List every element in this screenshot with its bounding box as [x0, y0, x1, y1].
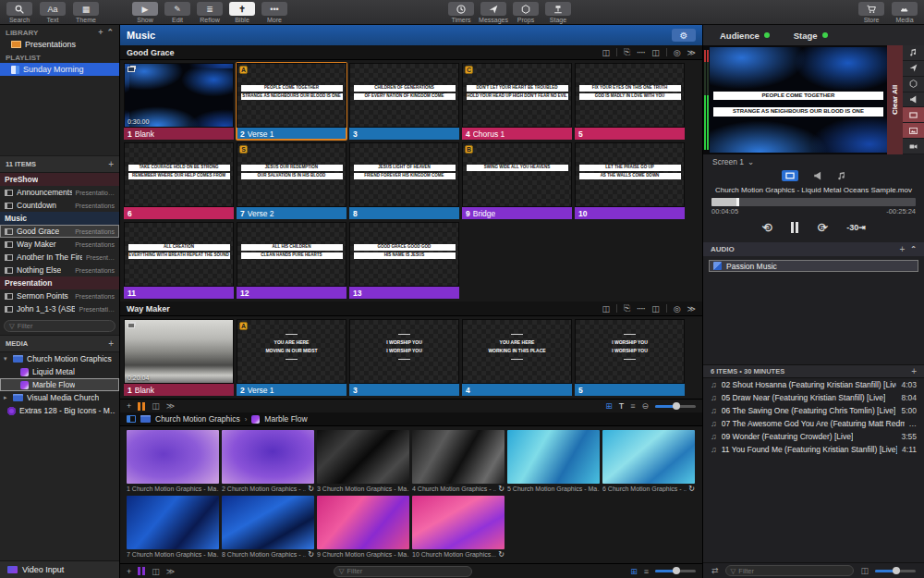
slide-thumbnail[interactable]: A PEOPLE COME TOGETHER STRANGE AS NEIGHB…	[237, 63, 346, 128]
media-thumbnail[interactable]	[412, 430, 505, 484]
text-view-icon[interactable]: T	[619, 401, 625, 411]
media-tree-marble-flow[interactable]: Marble Flow	[0, 378, 119, 391]
playlist-item-sunday-morning[interactable]: Sunday Morning	[0, 63, 119, 76]
playlist-item[interactable]: Another In The Fire Present…	[0, 251, 119, 264]
media-tree-liquid-metal[interactable]: Liquid Metal	[0, 365, 119, 378]
megaphone-icon[interactable]	[813, 171, 822, 180]
props-button[interactable]: Props	[510, 0, 541, 23]
slide-cell[interactable]: I WORSHIP YOU I WORSHIP YOU 5	[575, 319, 685, 396]
slide-thumbnail[interactable]: I WORSHIP YOU I WORSHIP YOU	[575, 319, 685, 384]
playlist-item[interactable]: Countdown Presentations	[0, 199, 119, 212]
list-view-icon[interactable]: ≡	[630, 401, 635, 411]
slide-thumbnail[interactable]: ALL HIS CHILDREN CLEAN HANDS PURE HEARTS	[237, 222, 346, 287]
slide-thumbnail[interactable]: JESUS LIGHT OF HEAVEN FRIEND FOREVER HIS…	[349, 142, 459, 207]
media-item[interactable]: 8 Church Motion Graphics - … ↻	[222, 496, 314, 559]
media-item[interactable]: 4 Church Motion Graphics - … ↻	[412, 430, 505, 493]
slide-thumbnail[interactable]: FIX YOUR EYES ON THIS ONE TRUTH GOD IS M…	[575, 63, 685, 128]
thumbnail-size-slider[interactable]	[655, 405, 696, 408]
media-add-button[interactable]: +	[108, 338, 114, 349]
slide-cell[interactable]: A PEOPLE COME TOGETHER STRANGE AS NEIGHB…	[237, 63, 346, 140]
audio-filter-input[interactable]	[738, 567, 848, 575]
edit-button[interactable]: ✎Edit	[162, 0, 193, 23]
song-row[interactable]: ♫ 09 Wonder (Featuring Crowder) [Live] 3…	[703, 430, 924, 443]
media-item[interactable]: 9 Church Motion Graphics - Ma…	[317, 496, 409, 559]
loop-icon[interactable]: ◎	[674, 48, 681, 57]
skip-back-15-button[interactable]: ⟲15	[761, 221, 772, 234]
breadcrumb-item[interactable]: Marble Flow	[264, 414, 307, 424]
reflow-view-icon[interactable]: ◫	[860, 566, 869, 575]
skip-view-icon[interactable]: ≫	[166, 401, 175, 411]
song-row[interactable]: ♫ 11 You Found Me (Featuring Kristian St…	[703, 443, 924, 456]
slide-cell[interactable]: C DON'T LET YOUR HEART BE TROUBLED HOLD …	[462, 63, 572, 140]
playlist-item[interactable]: Music	[0, 212, 119, 225]
clear-audio-button[interactable]	[903, 45, 924, 61]
media-size-slider[interactable]	[655, 570, 696, 572]
slide-cell[interactable]: CHILDREN OF GENERATIONS OF EVERY NATION …	[349, 63, 459, 140]
presentation-settings-button[interactable]: ⚙	[672, 29, 696, 42]
playlist-add-button[interactable]: +	[108, 159, 114, 169]
tab-audience[interactable]: Audience	[720, 31, 770, 41]
media-thumbnail[interactable]	[222, 496, 314, 549]
arrangement-icon[interactable]: ◫	[651, 48, 660, 57]
shuffle-icon[interactable]: ⇄	[711, 566, 719, 575]
slide-cell[interactable]: ALL HIS CHILDREN CLEAN HANDS PURE HEARTS…	[237, 222, 346, 299]
media-store-button[interactable]: Media	[889, 0, 920, 23]
loop-icon[interactable]: ◎	[674, 304, 681, 314]
slide-thumbnail[interactable]: 0:20.04	[124, 319, 234, 384]
media-tree-church-motion-graphics[interactable]: ▾Church Motion Graphics	[0, 352, 119, 365]
clear-announcements-button[interactable]	[903, 92, 924, 108]
grid-view-icon[interactable]: ⊞	[605, 401, 613, 411]
bible-button[interactable]: ✝Bible	[226, 0, 258, 23]
messages-button[interactable]: Messages	[478, 0, 509, 23]
volume-slider[interactable]	[875, 570, 916, 572]
media-progress-bar[interactable]	[711, 198, 916, 206]
media-filter-input[interactable]	[346, 567, 466, 575]
sidebar-toggle-icon[interactable]	[127, 415, 136, 423]
tab-stage[interactable]: Stage	[794, 31, 828, 41]
clear-video-input-button[interactable]	[903, 139, 924, 154]
timeline-icon[interactable]: ᠁	[637, 304, 645, 314]
advance-icon[interactable]: ≫	[687, 304, 696, 314]
media-item[interactable]: 2 Church Motion Graphics - … ↻	[222, 430, 314, 493]
arrangement-icon[interactable]: ◫	[651, 304, 660, 314]
media-thumbnail[interactable]	[127, 430, 219, 484]
media-item[interactable]: 10 Church Motion Graphics… ↻	[412, 496, 505, 559]
song-row[interactable]: ♫ 07 The Awesome God You Are (Featuring …	[703, 417, 924, 430]
audio-filter[interactable]: ▽	[725, 565, 855, 576]
slide-cell[interactable]: JESUS LIGHT OF HEAVEN FRIEND FOREVER HIS…	[349, 142, 459, 219]
song-row[interactable]: ♫ 06 The Saving One (Featuring Chris Tom…	[703, 404, 924, 417]
slide-cell[interactable]: YOU ARE HERE WORKING IN THIS PLACE 4	[462, 319, 572, 396]
progress-playhead[interactable]	[736, 198, 739, 206]
video-input-item[interactable]: Video Input	[0, 560, 119, 578]
slide-thumbnail[interactable]: 0:30.00	[124, 63, 234, 128]
audio-add-button[interactable]: +	[899, 244, 905, 254]
slide-thumbnail[interactable]: C DON'T LET YOUR HEART BE TROUBLED HOLD …	[462, 63, 572, 128]
media-item[interactable]: 1 Church Motion Graphics - Ma…	[127, 430, 219, 493]
audio-collapse-icon[interactable]: ⌃	[910, 245, 917, 253]
skip-view-icon[interactable]: ≫	[166, 567, 175, 576]
slide-thumbnail[interactable]: YOU ARE HERE WORKING IN THIS PLACE	[462, 319, 572, 384]
advance-icon[interactable]: ≫	[687, 48, 696, 57]
text-button[interactable]: AaText	[37, 0, 68, 23]
screen-selector[interactable]: Screen 1⌄	[703, 154, 924, 168]
media-thumbnail[interactable]	[412, 496, 505, 549]
media-item[interactable]: 7 Church Motion Graphics - Ma…	[127, 496, 219, 559]
zoom-out-icon[interactable]: ⊖	[641, 401, 649, 411]
media-bin-icon[interactable]: ◫	[602, 48, 610, 57]
slide-thumbnail[interactable]: A YOU ARE HERE MOVING IN OUR MIDST	[237, 319, 346, 384]
media-tree-extras[interactable]: Extras 128 - Big Icons - M…	[0, 404, 119, 417]
timers-button[interactable]: Timers	[445, 0, 477, 23]
slide-cell[interactable]: ALL CREATION EVERYTHING WITH BREATH REPE…	[124, 222, 234, 299]
media-filter[interactable]: ▽	[334, 566, 472, 577]
music-note-icon[interactable]	[837, 171, 846, 180]
clear-props-button[interactable]	[903, 77, 924, 92]
sidebar-filter[interactable]: ▽	[4, 320, 116, 332]
playlist-item[interactable]: Sermon Points Presentations	[0, 289, 119, 302]
playlist-item[interactable]: PreShow	[0, 173, 119, 186]
slide-cell[interactable]: 0:20.04 1 Blank	[124, 319, 234, 396]
reflow-button[interactable]: ≣Reflow	[194, 0, 225, 23]
sidebar-filter-input[interactable]	[18, 322, 110, 330]
media-tree-visual-media-church[interactable]: ▸Visual Media Church	[0, 391, 119, 404]
slide-thumbnail[interactable]: ALL CREATION EVERYTHING WITH BREATH REPE…	[124, 222, 234, 287]
clear-messages-button[interactable]	[903, 61, 924, 77]
